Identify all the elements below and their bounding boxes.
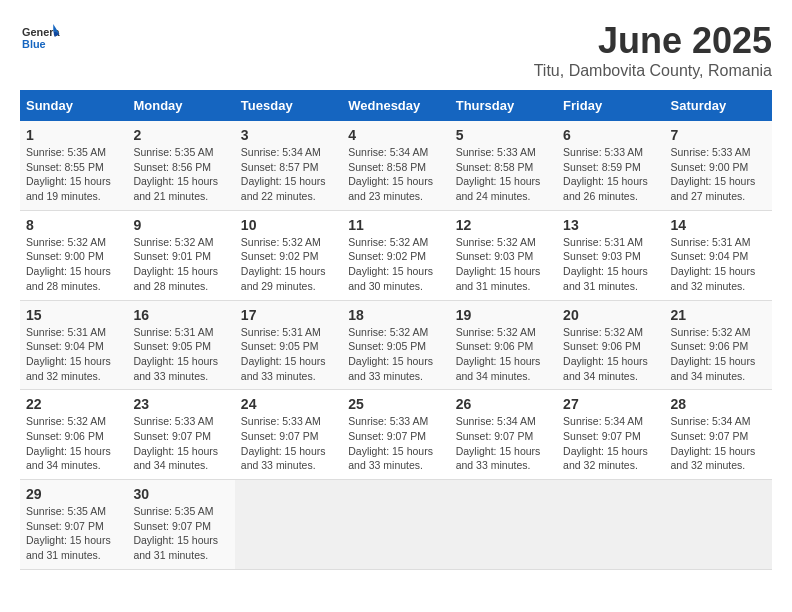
day-cell-7: 7 Sunrise: 5:33 AMSunset: 9:00 PMDayligh… (665, 121, 772, 210)
calendar-row-5: 29 Sunrise: 5:35 AMSunset: 9:07 PMDaylig… (20, 480, 772, 570)
empty-cell (665, 480, 772, 570)
day-info-26: Sunrise: 5:34 AMSunset: 9:07 PMDaylight:… (456, 415, 541, 471)
day-number-16: 16 (133, 307, 228, 323)
day-cell-6: 6 Sunrise: 5:33 AMSunset: 8:59 PMDayligh… (557, 121, 664, 210)
day-cell-4: 4 Sunrise: 5:34 AMSunset: 8:58 PMDayligh… (342, 121, 449, 210)
day-number-17: 17 (241, 307, 336, 323)
day-info-25: Sunrise: 5:33 AMSunset: 9:07 PMDaylight:… (348, 415, 433, 471)
day-info-23: Sunrise: 5:33 AMSunset: 9:07 PMDaylight:… (133, 415, 218, 471)
day-cell-10: 10 Sunrise: 5:32 AMSunset: 9:02 PMDaylig… (235, 210, 342, 300)
header-saturday: Saturday (665, 90, 772, 121)
header-thursday: Thursday (450, 90, 557, 121)
day-info-8: Sunrise: 5:32 AMSunset: 9:00 PMDaylight:… (26, 236, 111, 292)
day-info-30: Sunrise: 5:35 AMSunset: 9:07 PMDaylight:… (133, 505, 218, 561)
day-number-5: 5 (456, 127, 551, 143)
day-number-9: 9 (133, 217, 228, 233)
day-info-19: Sunrise: 5:32 AMSunset: 9:06 PMDaylight:… (456, 326, 541, 382)
empty-cell (557, 480, 664, 570)
day-cell-17: 17 Sunrise: 5:31 AMSunset: 9:05 PMDaylig… (235, 300, 342, 390)
day-number-18: 18 (348, 307, 443, 323)
day-cell-3: 3 Sunrise: 5:34 AMSunset: 8:57 PMDayligh… (235, 121, 342, 210)
calendar-table: Sunday Monday Tuesday Wednesday Thursday… (20, 90, 772, 570)
day-info-14: Sunrise: 5:31 AMSunset: 9:04 PMDaylight:… (671, 236, 756, 292)
empty-cell (450, 480, 557, 570)
logo: General Blue (20, 20, 60, 55)
day-cell-23: 23 Sunrise: 5:33 AMSunset: 9:07 PMDaylig… (127, 390, 234, 480)
day-number-7: 7 (671, 127, 766, 143)
day-number-14: 14 (671, 217, 766, 233)
day-cell-28: 28 Sunrise: 5:34 AMSunset: 9:07 PMDaylig… (665, 390, 772, 480)
day-info-10: Sunrise: 5:32 AMSunset: 9:02 PMDaylight:… (241, 236, 326, 292)
page-header: General Blue June 2025 Titu, Dambovita C… (20, 20, 772, 80)
title-area: June 2025 Titu, Dambovita County, Romani… (534, 20, 772, 80)
day-number-10: 10 (241, 217, 336, 233)
page-title: June 2025 (534, 20, 772, 62)
calendar-row-3: 15 Sunrise: 5:31 AMSunset: 9:04 PMDaylig… (20, 300, 772, 390)
day-cell-26: 26 Sunrise: 5:34 AMSunset: 9:07 PMDaylig… (450, 390, 557, 480)
day-info-3: Sunrise: 5:34 AMSunset: 8:57 PMDaylight:… (241, 146, 326, 202)
day-info-20: Sunrise: 5:32 AMSunset: 9:06 PMDaylight:… (563, 326, 648, 382)
header-monday: Monday (127, 90, 234, 121)
day-info-28: Sunrise: 5:34 AMSunset: 9:07 PMDaylight:… (671, 415, 756, 471)
day-number-26: 26 (456, 396, 551, 412)
day-cell-24: 24 Sunrise: 5:33 AMSunset: 9:07 PMDaylig… (235, 390, 342, 480)
day-info-11: Sunrise: 5:32 AMSunset: 9:02 PMDaylight:… (348, 236, 433, 292)
day-number-21: 21 (671, 307, 766, 323)
header-wednesday: Wednesday (342, 90, 449, 121)
day-info-2: Sunrise: 5:35 AMSunset: 8:56 PMDaylight:… (133, 146, 218, 202)
day-number-11: 11 (348, 217, 443, 233)
day-info-17: Sunrise: 5:31 AMSunset: 9:05 PMDaylight:… (241, 326, 326, 382)
day-number-3: 3 (241, 127, 336, 143)
day-cell-2: 2 Sunrise: 5:35 AMSunset: 8:56 PMDayligh… (127, 121, 234, 210)
day-number-4: 4 (348, 127, 443, 143)
day-cell-21: 21 Sunrise: 5:32 AMSunset: 9:06 PMDaylig… (665, 300, 772, 390)
calendar-row-2: 8 Sunrise: 5:32 AMSunset: 9:00 PMDayligh… (20, 210, 772, 300)
day-number-27: 27 (563, 396, 658, 412)
header-tuesday: Tuesday (235, 90, 342, 121)
day-number-29: 29 (26, 486, 121, 502)
day-cell-20: 20 Sunrise: 5:32 AMSunset: 9:06 PMDaylig… (557, 300, 664, 390)
day-number-6: 6 (563, 127, 658, 143)
day-info-7: Sunrise: 5:33 AMSunset: 9:00 PMDaylight:… (671, 146, 756, 202)
day-number-30: 30 (133, 486, 228, 502)
day-info-15: Sunrise: 5:31 AMSunset: 9:04 PMDaylight:… (26, 326, 111, 382)
day-info-27: Sunrise: 5:34 AMSunset: 9:07 PMDaylight:… (563, 415, 648, 471)
day-info-13: Sunrise: 5:31 AMSunset: 9:03 PMDaylight:… (563, 236, 648, 292)
day-cell-16: 16 Sunrise: 5:31 AMSunset: 9:05 PMDaylig… (127, 300, 234, 390)
day-info-9: Sunrise: 5:32 AMSunset: 9:01 PMDaylight:… (133, 236, 218, 292)
day-info-5: Sunrise: 5:33 AMSunset: 8:58 PMDaylight:… (456, 146, 541, 202)
svg-text:Blue: Blue (22, 38, 46, 50)
day-info-29: Sunrise: 5:35 AMSunset: 9:07 PMDaylight:… (26, 505, 111, 561)
day-cell-13: 13 Sunrise: 5:31 AMSunset: 9:03 PMDaylig… (557, 210, 664, 300)
day-cell-8: 8 Sunrise: 5:32 AMSunset: 9:00 PMDayligh… (20, 210, 127, 300)
day-number-24: 24 (241, 396, 336, 412)
day-cell-15: 15 Sunrise: 5:31 AMSunset: 9:04 PMDaylig… (20, 300, 127, 390)
day-info-16: Sunrise: 5:31 AMSunset: 9:05 PMDaylight:… (133, 326, 218, 382)
day-number-20: 20 (563, 307, 658, 323)
header-sunday: Sunday (20, 90, 127, 121)
day-cell-25: 25 Sunrise: 5:33 AMSunset: 9:07 PMDaylig… (342, 390, 449, 480)
day-number-22: 22 (26, 396, 121, 412)
day-cell-14: 14 Sunrise: 5:31 AMSunset: 9:04 PMDaylig… (665, 210, 772, 300)
day-info-1: Sunrise: 5:35 AMSunset: 8:55 PMDaylight:… (26, 146, 111, 202)
empty-cell (342, 480, 449, 570)
header-friday: Friday (557, 90, 664, 121)
day-cell-11: 11 Sunrise: 5:32 AMSunset: 9:02 PMDaylig… (342, 210, 449, 300)
day-cell-27: 27 Sunrise: 5:34 AMSunset: 9:07 PMDaylig… (557, 390, 664, 480)
day-number-15: 15 (26, 307, 121, 323)
calendar-row-1: 1 Sunrise: 5:35 AMSunset: 8:55 PMDayligh… (20, 121, 772, 210)
day-cell-9: 9 Sunrise: 5:32 AMSunset: 9:01 PMDayligh… (127, 210, 234, 300)
day-cell-29: 29 Sunrise: 5:35 AMSunset: 9:07 PMDaylig… (20, 480, 127, 570)
day-cell-30: 30 Sunrise: 5:35 AMSunset: 9:07 PMDaylig… (127, 480, 234, 570)
day-number-23: 23 (133, 396, 228, 412)
day-info-12: Sunrise: 5:32 AMSunset: 9:03 PMDaylight:… (456, 236, 541, 292)
day-cell-1: 1 Sunrise: 5:35 AMSunset: 8:55 PMDayligh… (20, 121, 127, 210)
day-number-25: 25 (348, 396, 443, 412)
day-info-22: Sunrise: 5:32 AMSunset: 9:06 PMDaylight:… (26, 415, 111, 471)
day-number-19: 19 (456, 307, 551, 323)
page-subtitle: Titu, Dambovita County, Romania (534, 62, 772, 80)
empty-cell (235, 480, 342, 570)
day-number-1: 1 (26, 127, 121, 143)
day-number-8: 8 (26, 217, 121, 233)
day-number-28: 28 (671, 396, 766, 412)
